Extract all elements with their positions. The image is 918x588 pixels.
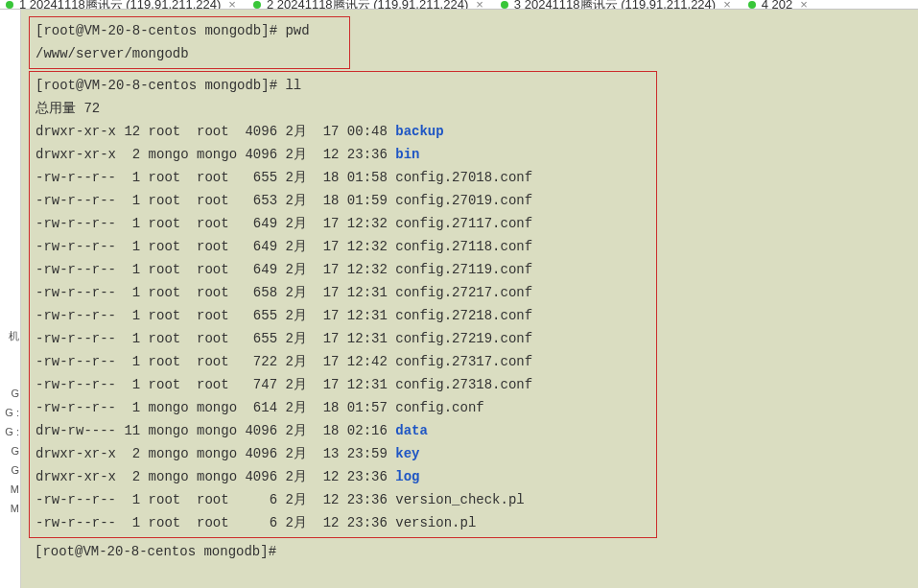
file-name: config.27219.conf xyxy=(395,331,532,346)
listing-meta: -rw-r--r-- 1 root root 722 2月 17 12:42 xyxy=(35,354,395,369)
listing-meta: -rw-r--r-- 1 root root 653 2月 18 01:59 xyxy=(35,193,395,208)
ll-prompt-line: [root@VM-20-8-centos mongodb]# ll xyxy=(35,74,650,97)
listing-row: drwxr-xr-x 2 mongo mongo 4096 2月 12 23:3… xyxy=(35,465,650,488)
listing-row: -rw-r--r-- 1 root root 6 2月 12 23:36 ver… xyxy=(35,511,650,534)
listing-row: drw-rw---- 11 mongo mongo 4096 2月 18 02:… xyxy=(35,419,650,442)
close-icon[interactable]: × xyxy=(800,0,808,10)
status-dot-icon xyxy=(501,1,508,9)
listing-row: -rw-r--r-- 1 root root 722 2月 17 12:42 c… xyxy=(35,350,650,373)
tab-label: 4 202 xyxy=(762,0,793,10)
file-name: config.27018.conf xyxy=(395,170,532,185)
listing-meta: -rw-r--r-- 1 root root 747 2月 17 12:31 xyxy=(35,377,395,392)
listing-row: -rw-r--r-- 1 root root 6 2月 12 23:36 ver… xyxy=(35,488,650,511)
directory-name: backup xyxy=(395,124,443,139)
pwd-output: /www/server/mongodb xyxy=(35,42,343,65)
file-name: config.27317.conf xyxy=(395,354,532,369)
file-name: version_check.pl xyxy=(395,492,524,507)
listing-row: -rw-r--r-- 1 root root 655 2月 17 12:31 c… xyxy=(35,304,650,327)
tab-4[interactable]: 4 202× xyxy=(748,0,808,10)
listing-meta: drwxr-xr-x 12 root root 4096 2月 17 00:48 xyxy=(35,124,395,139)
listing-row: -rw-r--r-- 1 root root 655 2月 18 01:58 c… xyxy=(35,166,650,189)
listing-row: -rw-r--r-- 1 root root 649 2月 17 12:32 c… xyxy=(35,212,650,235)
file-name: version.pl xyxy=(395,515,476,530)
listing-meta: -rw-r--r-- 1 root root 655 2月 17 12:31 xyxy=(35,331,395,346)
close-icon[interactable]: × xyxy=(228,0,236,10)
ll-command: ll xyxy=(285,78,301,93)
listing-row: -rw-r--r-- 1 root root 747 2月 17 12:31 c… xyxy=(35,373,650,396)
tab-label: 1 20241118腾讯云 (119.91.211.224) xyxy=(19,0,221,10)
listing-meta: drwxr-xr-x 2 mongo mongo 4096 2月 12 23:3… xyxy=(35,147,395,162)
directory-name: data xyxy=(395,423,428,438)
tab-label: 3 20241118腾讯云 (119.91.211.224) xyxy=(514,0,716,10)
status-dot-icon xyxy=(253,1,261,9)
file-name: config.27318.conf xyxy=(395,377,532,392)
listing-meta: -rw-r--r-- 1 root root 658 2月 17 12:31 xyxy=(35,285,395,300)
close-icon[interactable]: × xyxy=(723,0,731,10)
listing-row: drwxr-xr-x 2 mongo mongo 4096 2月 12 23:3… xyxy=(35,143,650,166)
listing-row: -rw-r--r-- 1 root root 655 2月 17 12:31 c… xyxy=(35,327,650,350)
file-name: config.27019.conf xyxy=(395,193,532,208)
listing-row: -rw-r--r-- 1 root root 658 2月 17 12:31 c… xyxy=(35,281,650,304)
directory-name: key xyxy=(395,446,419,461)
listing-row: drwxr-xr-x 2 mongo mongo 4096 2月 13 23:5… xyxy=(35,442,650,465)
listing-meta: -rw-r--r-- 1 root root 6 2月 12 23:36 xyxy=(35,492,395,507)
tab-3[interactable]: 3 20241118腾讯云 (119.91.211.224)× xyxy=(501,0,731,10)
listing-row: -rw-r--r-- 1 mongo mongo 614 2月 18 01:57… xyxy=(35,396,650,419)
listing-row: -rw-r--r-- 1 root root 649 2月 17 12:32 c… xyxy=(35,258,650,281)
shell-prompt: [root@VM-20-8-centos mongodb]# xyxy=(35,544,276,559)
sidebar-fragment-text: 机 G G : G : G G M M xyxy=(0,10,20,518)
listing-meta: -rw-r--r-- 1 root root 649 2月 17 12:32 xyxy=(35,216,395,231)
file-name: config.27117.conf xyxy=(395,216,532,231)
status-dot-icon xyxy=(6,1,13,9)
ll-block: [root@VM-20-8-centos mongodb]# ll 总用量 72… xyxy=(29,71,657,538)
listing-meta: -rw-r--r-- 1 root root 6 2月 12 23:36 xyxy=(35,515,395,530)
listing-meta: -rw-r--r-- 1 root root 655 2月 18 01:58 xyxy=(35,170,395,185)
listing-meta: drwxr-xr-x 2 mongo mongo 4096 2月 12 23:3… xyxy=(35,469,395,484)
ll-total: 总用量 72 xyxy=(35,97,650,120)
listing-meta: -rw-r--r-- 1 mongo mongo 614 2月 18 01:57 xyxy=(35,400,395,415)
close-icon[interactable]: × xyxy=(476,0,483,10)
trailing-prompt[interactable]: [root@VM-20-8-centos mongodb]# xyxy=(29,538,912,565)
shell-prompt: [root@VM-20-8-centos mongodb]# xyxy=(35,78,285,93)
directory-name: log xyxy=(395,469,419,484)
directory-name: bin xyxy=(395,147,419,162)
shell-prompt: [root@VM-20-8-centos mongodb]# xyxy=(35,23,285,38)
listing-meta: drwxr-xr-x 2 mongo mongo 4096 2月 13 23:5… xyxy=(35,446,395,461)
ll-listing: drwxr-xr-x 12 root root 4096 2月 17 00:48… xyxy=(35,120,650,534)
file-name: config.27218.conf xyxy=(395,308,532,323)
listing-row: -rw-r--r-- 1 root root 653 2月 18 01:59 c… xyxy=(35,189,650,212)
status-dot-icon xyxy=(748,1,756,9)
terminal-area[interactable]: [root@VM-20-8-centos mongodb]# pwd /www/… xyxy=(23,12,918,588)
pwd-prompt-line: [root@VM-20-8-centos mongodb]# pwd xyxy=(35,19,343,42)
tab-label: 2 20241118腾讯云 (119.91.211.224) xyxy=(267,0,468,10)
listing-meta: drw-rw---- 11 mongo mongo 4096 2月 18 02:… xyxy=(35,423,395,438)
tab-2[interactable]: 2 20241118腾讯云 (119.91.211.224)× xyxy=(253,0,483,10)
listing-row: -rw-r--r-- 1 root root 649 2月 17 12:32 c… xyxy=(35,235,650,258)
file-name: config.conf xyxy=(395,400,483,415)
file-name: config.27119.conf xyxy=(395,262,532,277)
left-sidebar-fragment: 机 G G : G : G G M M xyxy=(0,10,21,588)
listing-row: drwxr-xr-x 12 root root 4096 2月 17 00:48… xyxy=(35,120,650,143)
tab-bar: 1 20241118腾讯云 (119.91.211.224)×2 2024111… xyxy=(0,0,918,10)
listing-meta: -rw-r--r-- 1 root root 649 2月 17 12:32 xyxy=(35,262,395,277)
listing-meta: -rw-r--r-- 1 root root 655 2月 17 12:31 xyxy=(35,308,395,323)
pwd-block: [root@VM-20-8-centos mongodb]# pwd /www/… xyxy=(29,16,350,69)
file-name: config.27118.conf xyxy=(395,239,532,254)
listing-meta: -rw-r--r-- 1 root root 649 2月 17 12:32 xyxy=(35,239,395,254)
file-name: config.27217.conf xyxy=(395,285,532,300)
pwd-command: pwd xyxy=(285,23,309,38)
tab-1[interactable]: 1 20241118腾讯云 (119.91.211.224)× xyxy=(6,0,236,10)
